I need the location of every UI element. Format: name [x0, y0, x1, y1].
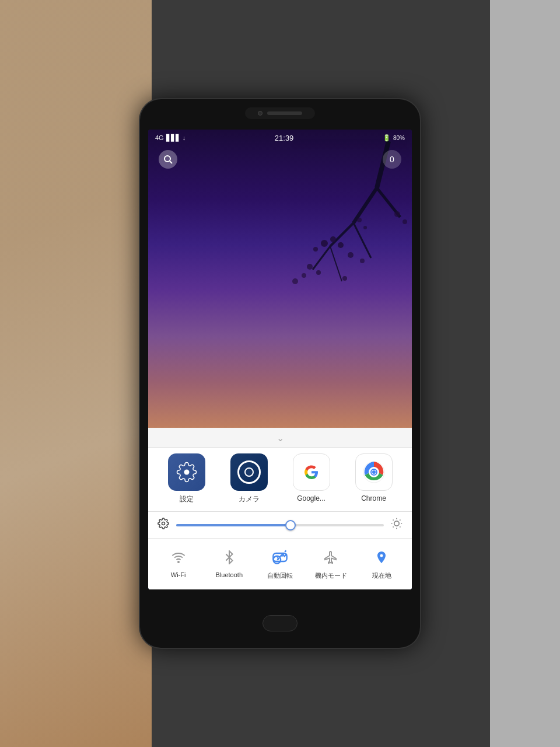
- svg-point-18: [357, 218, 362, 222]
- battery-level: 80%: [393, 135, 405, 141]
- brightness-track: [176, 524, 384, 526]
- chevron-down-icon: ⌄: [276, 432, 284, 444]
- airplane-icon: [320, 547, 341, 568]
- settings-app-label: 設定: [180, 494, 194, 504]
- rotation-icon: [270, 547, 290, 568]
- camera-app-label: カメラ: [239, 494, 260, 504]
- bluetooth-icon: [219, 547, 240, 568]
- notifications-count: 0: [390, 155, 394, 164]
- app-shortcuts-row: 設定 カメラ: [148, 447, 412, 512]
- svg-line-43: [393, 526, 394, 527]
- brightness-settings-icon[interactable]: [158, 518, 169, 532]
- google-app-label: Google...: [297, 494, 326, 502]
- chrome-app-label: Chrome: [361, 494, 386, 502]
- svg-point-7: [321, 240, 328, 247]
- status-bar: 4G ▋▋▋ ↓ 21:39 🔋 80%: [148, 130, 412, 146]
- svg-point-16: [394, 211, 400, 217]
- rotation-toggle[interactable]: 自動回転: [257, 547, 303, 580]
- svg-line-44: [400, 520, 400, 521]
- camera-inner-ring: [237, 460, 261, 484]
- svg-line-1: [354, 188, 377, 223]
- notifications-icon[interactable]: 0: [383, 150, 401, 169]
- svg-line-6: [330, 246, 342, 281]
- google-app-item[interactable]: Google...: [285, 453, 338, 502]
- svg-point-17: [402, 219, 407, 224]
- svg-point-15: [360, 259, 365, 263]
- wifi-label: Wi-Fi: [171, 571, 186, 578]
- bluetooth-label: Bluetooth: [216, 571, 243, 578]
- svg-point-35: [162, 522, 165, 525]
- battery-icon: 🔋: [383, 134, 391, 142]
- svg-point-14: [348, 252, 354, 258]
- chrome-app-icon: [355, 453, 393, 491]
- svg-point-8: [330, 236, 336, 242]
- brightness-sun-icon: [391, 518, 402, 532]
- svg-point-34: [372, 470, 376, 474]
- quick-toggles-row: Wi-Fi Bluetooth: [148, 538, 412, 589]
- brightness-fill: [176, 524, 290, 526]
- brightness-slider[interactable]: [176, 524, 384, 526]
- airplane-toggle[interactable]: 機内モード: [307, 547, 354, 580]
- location-toggle[interactable]: 現在地: [358, 547, 405, 580]
- svg-point-36: [394, 521, 399, 526]
- status-left: 4G ▋▋▋ ↓: [155, 134, 186, 142]
- svg-line-26: [170, 161, 172, 163]
- search-icon[interactable]: [159, 150, 177, 169]
- chrome-app-item[interactable]: Chrome: [348, 453, 400, 502]
- svg-point-45: [178, 561, 179, 563]
- location-icon: [371, 547, 392, 568]
- quick-settings-drawer: ⌄ 設定: [148, 428, 412, 589]
- svg-point-13: [342, 276, 347, 281]
- wifi-icon: [168, 547, 189, 568]
- brightness-row: [148, 512, 412, 538]
- camera-app-item[interactable]: カメラ: [223, 453, 275, 504]
- front-camera: [258, 111, 262, 116]
- bg-hand: [0, 0, 152, 747]
- settings-app-item[interactable]: 設定: [160, 453, 213, 504]
- download-icon: ↓: [183, 134, 186, 141]
- svg-point-19: [363, 226, 367, 229]
- settings-app-icon: [168, 453, 205, 491]
- drawer-handle[interactable]: ⌄: [148, 428, 412, 447]
- svg-point-9: [338, 242, 344, 248]
- status-time: 21:39: [275, 134, 294, 142]
- svg-line-40: [400, 526, 400, 527]
- phone-top-bar: [245, 107, 315, 119]
- svg-line-4: [354, 223, 371, 258]
- camera-app-icon: [230, 453, 268, 491]
- phone-screen: 4G ▋▋▋ ↓ 21:39 🔋 80% 0 🎙 📞: [148, 130, 412, 589]
- wifi-toggle[interactable]: Wi-Fi: [155, 547, 202, 578]
- home-button[interactable]: [262, 615, 298, 631]
- airplane-label: 機内モード: [315, 571, 347, 580]
- svg-point-20: [292, 278, 298, 284]
- camera-lens-dot: [244, 467, 254, 477]
- location-label: 現在地: [372, 571, 391, 580]
- svg-point-25: [164, 156, 170, 162]
- bg-right: [490, 0, 560, 747]
- signal-bars: ▋▋▋: [166, 134, 180, 142]
- homescreen-top-icons: 0: [154, 150, 406, 169]
- brightness-thumb: [285, 520, 296, 530]
- svg-point-10: [313, 247, 318, 252]
- svg-point-11: [307, 264, 313, 270]
- rotation-label: 自動回転: [267, 571, 293, 580]
- google-app-icon: [293, 453, 330, 491]
- signal-icon: 4G: [155, 134, 164, 141]
- svg-line-39: [393, 520, 394, 521]
- speaker-grill: [267, 111, 302, 115]
- status-right: 🔋 80%: [383, 134, 405, 142]
- phone-device: 4G ▋▋▋ ↓ 21:39 🔋 80% 0 🎙 📞: [140, 99, 420, 648]
- svg-point-12: [316, 270, 321, 275]
- svg-point-21: [302, 273, 306, 278]
- bluetooth-toggle[interactable]: Bluetooth: [206, 547, 253, 578]
